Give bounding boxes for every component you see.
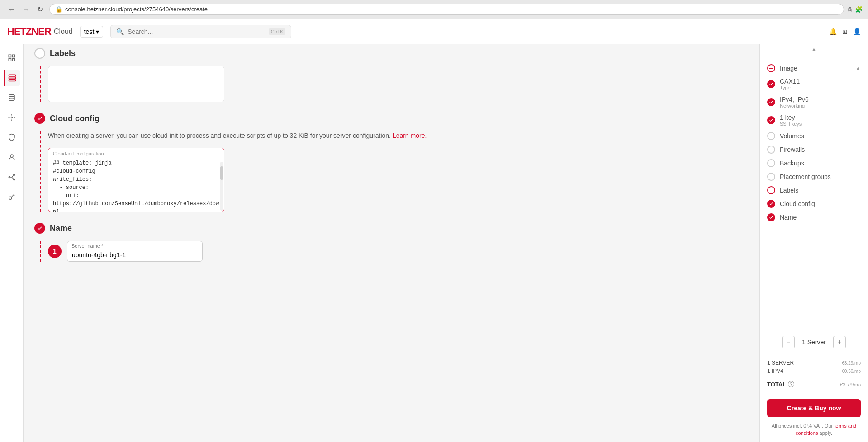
scrollbar-thumb (220, 166, 223, 180)
sidebar-item-networks[interactable] (4, 109, 20, 126)
panel-scroll-up[interactable]: ▲ (760, 44, 868, 54)
server-name-row: 1 Server name * (48, 241, 749, 262)
apps-icon[interactable]: ⊞ (842, 28, 848, 35)
svg-point-13 (9, 197, 12, 199)
top-nav: HETZNER Cloud test ▾ 🔍 Ctrl K 🔔 ⊞ 👤 (0, 19, 868, 44)
sidebar-item-dashboard[interactable] (4, 50, 20, 66)
panel-item-text-ssh-keys: 1 key SSH keys (780, 114, 802, 127)
panel-nav: Image ▲ CAX11 Type (760, 54, 868, 330)
logo-cloud: Cloud (54, 28, 73, 36)
panel-item-sub-type: Type (780, 85, 800, 90)
svg-point-11 (13, 174, 14, 175)
reload-button[interactable]: ↻ (34, 4, 46, 14)
user-icon[interactable]: 👤 (853, 28, 861, 35)
panel-nav-item-networking[interactable]: IPv4, IPv6 Networking (760, 93, 868, 111)
cloud-config-section-icon (34, 113, 45, 124)
cloud-config-body: When creating a server, you can use clou… (40, 131, 749, 212)
panel-check-placement-groups (767, 173, 775, 181)
panel-item-label-cloud-config: Cloud config (780, 200, 815, 207)
panel-nav-item-backups[interactable]: Backups (760, 156, 868, 170)
browser-actions: ⎙ 🧩 (848, 6, 863, 13)
code-editor-scrollbar (220, 162, 223, 211)
back-button[interactable]: ← (5, 4, 18, 14)
panel-nav-item-volumes[interactable]: Volumes (760, 129, 868, 143)
ipv4-price-value: €0.50/mo (842, 368, 861, 374)
chevron-down-icon: ▾ (96, 28, 99, 35)
total-label: TOTAL ? (767, 381, 794, 388)
qty-minus-button[interactable]: − (782, 336, 795, 348)
panel-item-label-networking: IPv4, IPv6 (780, 96, 809, 103)
svg-point-12 (13, 179, 14, 180)
panel-item-label-backups: Backups (780, 160, 804, 167)
name-section-header: Name (34, 223, 749, 234)
vat-note: All prices incl. 0 % VAT. Our terms and … (760, 423, 868, 442)
extensions-icon[interactable]: 🧩 (855, 6, 863, 13)
panel-nav-item-firewalls[interactable]: Firewalls (760, 143, 868, 156)
panel-nav-item-ssh-keys[interactable]: 1 key SSH keys (760, 111, 868, 129)
panel-nav-item-cloud-config[interactable]: Cloud config (760, 197, 868, 211)
svg-point-8 (11, 117, 12, 118)
panel-check-volumes (767, 132, 775, 140)
sidebar-item-volumes[interactable] (4, 89, 20, 106)
panel-nav-item-name[interactable]: Name (760, 211, 868, 224)
panel-check-networking (767, 98, 775, 106)
panel-item-sub-networking: Networking (780, 103, 809, 108)
address-bar[interactable]: 🔒 console.hetzner.cloud/projects/2754640… (49, 4, 844, 15)
code-editor-wrapper: Cloud-init configuration ## template: ji… (48, 148, 224, 212)
search-input[interactable] (128, 28, 265, 35)
code-editor-label: Cloud-init configuration (48, 148, 224, 157)
total-info-icon[interactable]: ? (788, 381, 794, 387)
panel-item-text-networking: IPv4, IPv6 Networking (780, 96, 809, 108)
right-panel: ▲ Image ▲ (759, 44, 868, 442)
panel-check-image (767, 64, 775, 72)
total-row: TOTAL ? €3.79/mo (767, 377, 861, 388)
svg-rect-5 (9, 77, 16, 79)
labels-section: Labels (34, 48, 749, 102)
project-selector[interactable]: test ▾ (80, 26, 104, 38)
name-section: Name 1 Server name * (34, 223, 749, 262)
sidebar-item-keys[interactable] (4, 189, 20, 205)
create-buy-button[interactable]: Create & Buy now (767, 399, 861, 417)
total-value: €3.79/mo (840, 380, 861, 388)
server-name-label: Server name * (71, 243, 103, 249)
learn-more-link[interactable]: Learn more. (393, 132, 427, 139)
panel-nav-item-placement-groups[interactable]: Placement groups (760, 170, 868, 183)
panel-item-label-labels: Labels (780, 187, 798, 194)
share-icon[interactable]: ⎙ (848, 6, 851, 13)
svg-rect-6 (9, 80, 16, 81)
search-icon: 🔍 (116, 28, 124, 35)
sidebar-item-firewalls[interactable] (4, 129, 20, 146)
panel-check-firewalls (767, 146, 775, 154)
svg-rect-4 (9, 75, 16, 76)
panel-nav-item-labels[interactable]: Labels (760, 183, 868, 197)
panel-item-label-placement-groups: Placement groups (780, 173, 831, 180)
panel-check-cloud-config (767, 200, 775, 208)
svg-rect-3 (12, 59, 14, 61)
cloud-config-section-header: Cloud config (34, 113, 749, 124)
qty-plus-button[interactable]: + (833, 336, 846, 348)
panel-nav-item-type[interactable]: CAX11 Type (760, 75, 868, 93)
panel-item-text-type: CAX11 Type (780, 78, 800, 90)
sidebar-item-users[interactable] (4, 149, 20, 165)
main-content: Labels Cloud config W (0, 44, 868, 442)
qty-value: 1 Server (802, 339, 826, 346)
lock-icon: 🔒 (55, 6, 62, 13)
sidebar-item-servers[interactable] (4, 70, 20, 86)
panel-check-ssh-keys (767, 116, 775, 124)
sidebar (0, 44, 24, 442)
panel-check-labels (767, 186, 775, 194)
name-section-body: 1 Server name * (40, 241, 749, 262)
code-editor[interactable]: ## template: jinja #cloud-config write_f… (48, 157, 224, 212)
name-section-icon (34, 223, 45, 234)
sidebar-item-load-balancers[interactable] (4, 169, 20, 185)
panel-item-sub-ssh-keys: SSH keys (780, 121, 802, 127)
labels-section-title: Labels (50, 49, 76, 58)
forward-button[interactable]: → (20, 4, 33, 14)
notifications-icon[interactable]: 🔔 (829, 28, 837, 35)
labels-content (40, 66, 749, 102)
labels-textarea[interactable] (48, 66, 224, 102)
chevron-up-icon: ▲ (811, 46, 817, 52)
panel-nav-item-image[interactable]: Image ▲ (760, 61, 868, 75)
search-bar[interactable]: 🔍 Ctrl K (110, 25, 291, 38)
page-content: Labels Cloud config W (24, 44, 759, 442)
